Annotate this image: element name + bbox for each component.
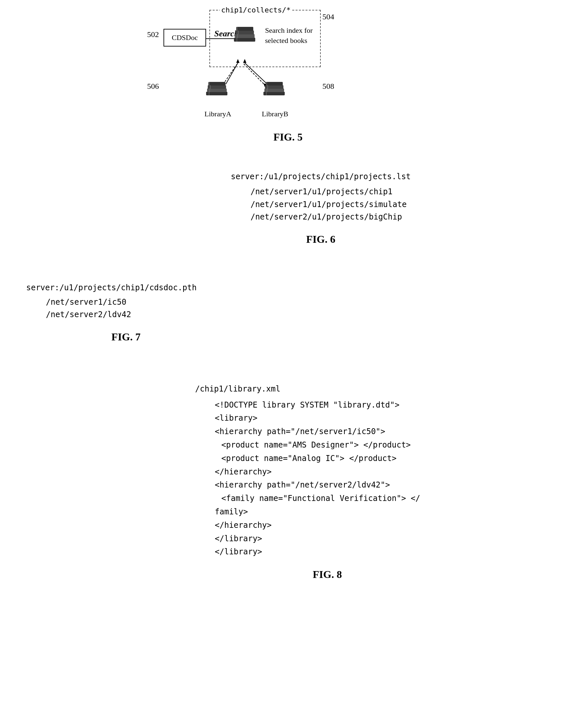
fig6-main-path: server:/u1/projects/chip1/projects.lst bbox=[231, 170, 410, 183]
fig8-line-5: </hierarchy> bbox=[215, 465, 421, 479]
fig6-sub-path-3: /net/server2/u1/projects/bigChip bbox=[250, 211, 410, 223]
svg-rect-29 bbox=[266, 82, 283, 86]
fig8-line-4: <product name="Analog IC"> </product> bbox=[222, 452, 421, 465]
fig6-section: server:/u1/projects/chip1/projects.lst /… bbox=[0, 157, 576, 265]
libA-book-stack bbox=[204, 82, 231, 108]
fig7-main-path: server:/u1/projects/chip1/cdsdoc.pth bbox=[26, 282, 576, 294]
fig7-section: server:/u1/projects/chip1/cdsdoc.pth /ne… bbox=[0, 265, 576, 363]
fig6-content: server:/u1/projects/chip1/projects.lst /… bbox=[231, 170, 410, 245]
lib-b-label: LibraryB bbox=[262, 110, 288, 118]
fig8-caption: FIG. 8 bbox=[235, 569, 421, 581]
cdsdoc-label: CDSDoc bbox=[172, 33, 198, 42]
fig8-section: /chip1/library.xml <!DOCTYPE library SYS… bbox=[0, 363, 576, 600]
fig8-line-2: <hierarchy path="/net/server1/ic50"> bbox=[215, 425, 421, 438]
label-506: 506 bbox=[147, 82, 159, 91]
fig5-section: chip1/collects/* 502 CDSDoc Search Searc… bbox=[0, 0, 576, 157]
fig7-content: server:/u1/projects/chip1/cdsdoc.pth /ne… bbox=[26, 282, 576, 343]
fig5-diagram: chip1/collects/* 502 CDSDoc Search Searc… bbox=[144, 6, 393, 124]
svg-rect-10 bbox=[234, 38, 255, 41]
svg-rect-21 bbox=[208, 82, 225, 86]
svg-rect-27 bbox=[264, 88, 284, 92]
fig8-code-block: /chip1/library.xml <!DOCTYPE library SYS… bbox=[195, 382, 421, 559]
search-index-line1: Search index for bbox=[265, 26, 313, 36]
fig7-sub-path-1: /net/server1/ic50 bbox=[46, 296, 576, 308]
svg-rect-19 bbox=[207, 88, 227, 92]
fig6-code-block: server:/u1/projects/chip1/projects.lst /… bbox=[231, 170, 410, 224]
center-book-stack bbox=[232, 26, 259, 56]
label-504: 504 bbox=[322, 12, 334, 21]
fig6-sub-path-1: /net/server1/u1/projects/chip1 bbox=[250, 185, 410, 198]
search-index-text: Search index for selected books bbox=[265, 26, 313, 46]
svg-rect-11 bbox=[235, 34, 255, 38]
fig5-caption: FIG. 5 bbox=[273, 131, 303, 143]
fig8-line-3: <product name="AMS Designer"> </product> bbox=[222, 438, 421, 452]
libB-book-stack bbox=[262, 82, 288, 108]
cdsdoc-box: CDSDoc bbox=[164, 29, 206, 47]
fig8-line-8: family> bbox=[215, 505, 421, 519]
fig8-line-6: <hierarchy path="/net/server2/ldv42"> bbox=[215, 478, 421, 492]
svg-rect-26 bbox=[263, 92, 285, 95]
fig7-sub-path-2: /net/server2/ldv42 bbox=[46, 308, 576, 321]
fig8-content: /chip1/library.xml <!DOCTYPE library SYS… bbox=[195, 382, 421, 581]
svg-rect-18 bbox=[206, 92, 227, 95]
lib-a-label: LibraryA bbox=[204, 110, 231, 118]
fig8-line-10: </library> bbox=[215, 532, 421, 546]
svg-rect-13 bbox=[236, 27, 253, 31]
fig8-line-11: </library> bbox=[215, 545, 421, 559]
fig6-caption: FIG. 6 bbox=[231, 233, 410, 245]
search-index-line2: selected books bbox=[265, 36, 313, 46]
fig8-line-0: <!DOCTYPE library SYSTEM "library.dtd"> bbox=[215, 399, 421, 412]
fig7-code-block: server:/u1/projects/chip1/cdsdoc.pth /ne… bbox=[26, 282, 576, 321]
fig8-line-7: <family name="Functional Verification"> … bbox=[222, 492, 421, 505]
fig8-line-9: </hierarchy> bbox=[215, 519, 421, 532]
fig7-caption: FIG. 7 bbox=[111, 331, 576, 343]
fig6-sub-path-2: /net/server1/u1/projects/simulate bbox=[250, 198, 410, 211]
fig8-line-1: <library> bbox=[215, 411, 421, 425]
chip-path-label: chip1/collects/* bbox=[220, 6, 292, 14]
fig8-file-path: /chip1/library.xml bbox=[195, 382, 421, 396]
label-502: 502 bbox=[147, 30, 159, 39]
label-508: 508 bbox=[322, 82, 334, 91]
